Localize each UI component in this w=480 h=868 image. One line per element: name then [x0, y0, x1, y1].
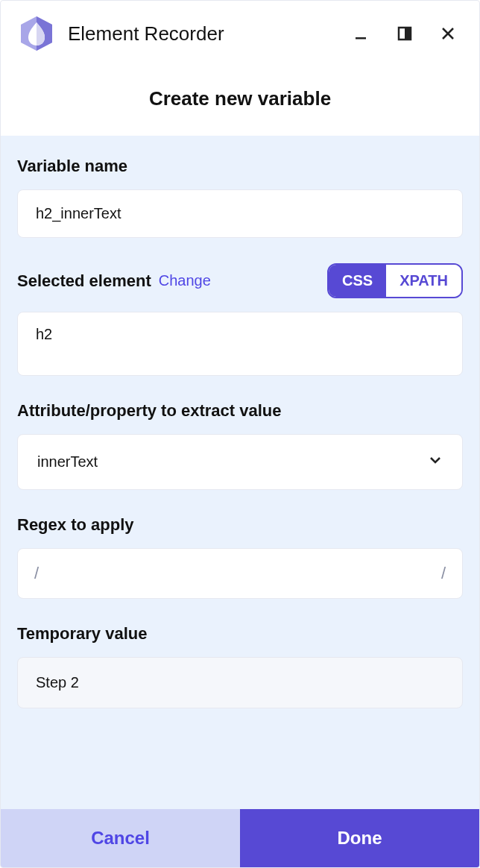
temporary-value-box: Step 2	[17, 657, 463, 708]
done-button[interactable]: Done	[240, 809, 479, 867]
temporary-value-label: Temporary value	[17, 624, 147, 644]
regex-suffix: /	[441, 564, 446, 583]
selector-type-toggle: CSS XPATH	[327, 263, 463, 298]
window-controls	[353, 25, 461, 43]
selector-value: h2	[36, 326, 52, 342]
regex-input[interactable]: / /	[17, 548, 463, 599]
change-link[interactable]: Change	[159, 272, 211, 289]
regex-prefix: /	[34, 564, 39, 583]
form-area: Variable name Selected element Change CS…	[1, 136, 479, 809]
page-title: Create new variable	[1, 66, 479, 136]
attribute-select[interactable]: innerText	[17, 434, 463, 490]
minimize-button[interactable]	[353, 25, 370, 43]
xpath-toggle-button[interactable]: XPATH	[386, 265, 461, 297]
selected-element-field: Selected element Change CSS XPATH h2	[17, 263, 463, 376]
regex-field: Regex to apply / /	[17, 515, 463, 599]
close-button[interactable]	[439, 25, 457, 43]
app-title: Element Recorder	[68, 22, 341, 45]
app-window: Element Recorder Create new variable Var…	[0, 0, 480, 868]
svg-rect-4	[405, 28, 411, 40]
variable-name-field: Variable name	[17, 157, 463, 238]
cancel-button[interactable]: Cancel	[1, 809, 240, 867]
temporary-value: Step 2	[36, 674, 79, 691]
selected-element-label: Selected element	[17, 271, 151, 291]
app-logo-icon	[17, 14, 56, 53]
attribute-value: innerText	[37, 453, 98, 471]
maximize-button[interactable]	[396, 25, 414, 43]
chevron-down-icon	[428, 453, 443, 471]
svg-rect-2	[356, 37, 366, 40]
variable-name-label: Variable name	[17, 157, 127, 176]
css-toggle-button[interactable]: CSS	[329, 265, 386, 297]
footer: Cancel Done	[1, 809, 479, 867]
titlebar: Element Recorder	[1, 1, 479, 66]
attribute-field: Attribute/property to extract value inne…	[17, 401, 463, 490]
regex-label: Regex to apply	[17, 515, 133, 535]
temporary-value-field: Temporary value Step 2	[17, 624, 463, 708]
variable-name-input[interactable]	[17, 189, 463, 238]
attribute-label: Attribute/property to extract value	[17, 401, 282, 421]
selector-input[interactable]: h2	[17, 312, 463, 376]
